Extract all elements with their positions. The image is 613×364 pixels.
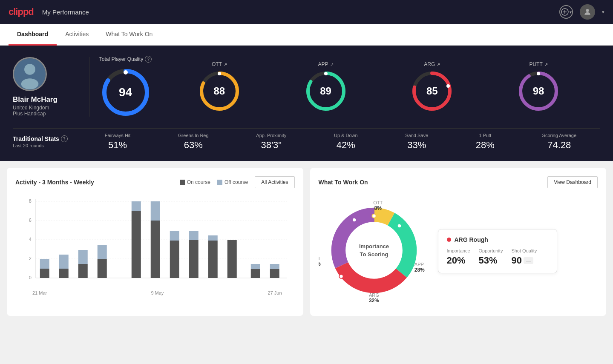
activity-chart-svg: 0 2 4 6 8 bbox=[15, 195, 295, 289]
activity-controls: On course Off course All Activities bbox=[180, 176, 295, 188]
player-quality-row: Blair McHarg United Kingdom Plus Handica… bbox=[13, 56, 600, 118]
bar-6-on bbox=[151, 221, 160, 278]
bar-2-on bbox=[59, 269, 69, 278]
svg-point-3 bbox=[586, 9, 589, 12]
app-label: APP ↗ bbox=[318, 61, 334, 67]
arg-value: 85 bbox=[426, 85, 438, 97]
shot-quality-badge: — bbox=[524, 257, 533, 264]
svg-point-21 bbox=[537, 72, 540, 75]
info-card-title: ARG Rough bbox=[447, 236, 548, 243]
player-info: Blair McHarg United Kingdom Plus Handica… bbox=[13, 57, 89, 117]
putt-arrow-icon: ↗ bbox=[544, 62, 548, 67]
svg-text:PUTT: PUTT bbox=[319, 256, 321, 261]
activity-header: Activity - 3 Months - Weekly On course O… bbox=[15, 176, 295, 188]
add-chevron-icon: ▾ bbox=[570, 10, 572, 14]
total-quality-help-icon[interactable]: ? bbox=[145, 56, 152, 63]
tab-activities[interactable]: Activities bbox=[57, 24, 97, 46]
info-card-dot bbox=[447, 238, 451, 242]
info-stat-opportunity: Opportunity 53% bbox=[479, 248, 503, 266]
bar-12-off bbox=[270, 264, 279, 269]
arg-label: ARG ↗ bbox=[424, 61, 440, 67]
header-right: ▾ ▾ bbox=[559, 4, 604, 20]
trad-stats-help-icon[interactable]: ? bbox=[61, 135, 68, 142]
legend-on-course-dot bbox=[180, 180, 185, 185]
stat-up-down: Up & Down 42% bbox=[334, 133, 358, 151]
bar-11-on bbox=[251, 269, 260, 278]
info-card: ARG Rough Importance 20% Opportunity 53% bbox=[438, 229, 557, 273]
user-chevron-icon: ▾ bbox=[602, 9, 604, 15]
info-card-stats: Importance 20% Opportunity 53% Shot Qual… bbox=[447, 248, 548, 266]
bar-2-off bbox=[59, 255, 69, 269]
quality-section: Total Player Quality ? 94 OTT bbox=[89, 56, 600, 118]
all-activities-button[interactable]: All Activities bbox=[255, 176, 294, 188]
bar-8-off bbox=[189, 231, 199, 240]
add-button[interactable]: ▾ bbox=[559, 5, 573, 19]
tab-dashboard[interactable]: Dashboard bbox=[9, 24, 57, 46]
svg-text:ARG: ARG bbox=[368, 292, 379, 298]
logo: clippd bbox=[9, 6, 34, 17]
app-ring: 89 bbox=[305, 70, 347, 112]
stat-items: Fairways Hit 51% Greens In Reg 63% App. … bbox=[81, 133, 600, 151]
stat-scoring: Scoring Average 74.28 bbox=[542, 133, 577, 151]
player-country: United Kingdom bbox=[13, 105, 81, 111]
bar-9-on bbox=[208, 241, 218, 278]
ott-arrow-icon: ↗ bbox=[224, 62, 227, 67]
stat-one-putt: 1 Putt 28% bbox=[476, 133, 495, 151]
bar-1-on bbox=[40, 269, 49, 278]
wtwo-title: What To Work On bbox=[319, 179, 368, 186]
svg-point-40 bbox=[397, 224, 401, 228]
category-app: APP ↗ 89 bbox=[305, 61, 347, 112]
header-left: clippd My Performance bbox=[9, 6, 89, 17]
total-quality-ring: 94 bbox=[100, 67, 151, 118]
bar-11-off bbox=[251, 264, 260, 269]
plus-circle-icon bbox=[561, 8, 569, 16]
view-dashboard-button[interactable]: View Dashboard bbox=[547, 176, 598, 188]
header-title: My Performance bbox=[42, 9, 89, 16]
traditional-stats: Traditional Stats ? Last 20 rounds Fairw… bbox=[13, 128, 600, 151]
stat-gir: Greens In Reg 63% bbox=[178, 133, 209, 151]
svg-text:28%: 28% bbox=[414, 267, 424, 273]
svg-text:To Scoring: To Scoring bbox=[360, 251, 388, 258]
svg-point-12 bbox=[218, 72, 221, 75]
bar-8-on bbox=[189, 240, 199, 278]
app-value: 89 bbox=[320, 85, 331, 97]
svg-point-41 bbox=[339, 275, 343, 278]
bar-10-on bbox=[227, 240, 237, 278]
total-quality: Total Player Quality ? 94 bbox=[98, 56, 166, 118]
stats-banner: Blair McHarg United Kingdom Plus Handica… bbox=[0, 46, 613, 161]
legend-off-course: Off course bbox=[217, 179, 248, 185]
donut-wrapper: Importance To Scoring OTT 8% APP bbox=[319, 195, 429, 307]
header: clippd My Performance ▾ ▾ bbox=[0, 0, 613, 24]
svg-point-6 bbox=[21, 78, 39, 89]
bar-3-off bbox=[78, 250, 88, 264]
total-quality-value: 94 bbox=[119, 86, 132, 99]
svg-text:Importance: Importance bbox=[359, 243, 389, 249]
tab-what-to-work-on[interactable]: What To Work On bbox=[97, 24, 161, 46]
main-content: Activity - 3 Months - Weekly On course O… bbox=[0, 161, 613, 323]
logo-text: clippd bbox=[9, 6, 34, 17]
svg-point-39 bbox=[372, 214, 376, 218]
player-photo-icon bbox=[14, 57, 46, 91]
ott-label: OTT ↗ bbox=[212, 61, 227, 67]
bar-3-on bbox=[78, 264, 88, 278]
user-icon bbox=[583, 8, 592, 16]
wtwo-content: Importance To Scoring OTT 8% APP bbox=[319, 195, 598, 307]
bar-12-on bbox=[270, 269, 279, 278]
nav-tabs: Dashboard Activities What To Work On bbox=[0, 24, 613, 46]
svg-point-15 bbox=[324, 72, 328, 75]
putt-value: 98 bbox=[533, 85, 544, 97]
svg-text:6: 6 bbox=[29, 218, 32, 223]
legend-off-course-dot bbox=[217, 180, 222, 185]
activity-legend: On course Off course bbox=[180, 179, 248, 185]
wtwo-header: What To Work On View Dashboard bbox=[319, 176, 598, 188]
ott-ring: 88 bbox=[198, 70, 241, 112]
category-putt: PUTT ↗ 98 bbox=[517, 61, 560, 112]
arg-ring: 85 bbox=[411, 70, 453, 112]
svg-text:OTT: OTT bbox=[373, 200, 383, 205]
stat-proximity: App. Proximity 38'3" bbox=[256, 133, 286, 151]
category-arg: ARG ↗ 85 bbox=[411, 61, 453, 112]
player-avatar bbox=[13, 57, 47, 91]
user-avatar[interactable] bbox=[580, 4, 595, 20]
what-to-work-on-card: What To Work On View Dashboard bbox=[310, 168, 607, 316]
activity-chart: 0 2 4 6 8 bbox=[15, 195, 295, 289]
